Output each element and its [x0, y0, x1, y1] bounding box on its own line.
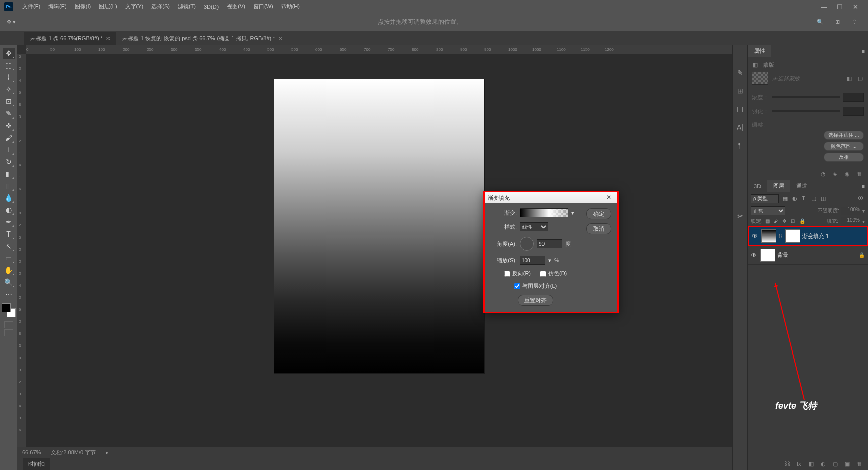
new-group-icon[interactable]: ▢: [833, 461, 840, 468]
blend-mode-select[interactable]: 正常: [751, 206, 785, 215]
new-layer-icon[interactable]: ▣: [845, 461, 852, 468]
menu-help[interactable]: 帮助(H): [277, 1, 304, 12]
layer-row-background[interactable]: 👁 背景 🔒: [748, 246, 868, 265]
dialog-titlebar[interactable]: 渐变填充 ✕: [485, 192, 617, 203]
path-select-tool[interactable]: ↖: [3, 241, 15, 252]
add-mask-icon[interactable]: ◧: [809, 461, 816, 468]
swatches-icon[interactable]: ⊞: [735, 86, 745, 95]
menu-3d[interactable]: 3D(D): [200, 2, 223, 12]
text-tool[interactable]: T: [3, 228, 15, 240]
scale-input[interactable]: [520, 256, 545, 265]
magic-wand-tool[interactable]: ✧: [3, 84, 15, 95]
filter-toggle-icon[interactable]: ⦿: [858, 195, 865, 202]
shape-tool[interactable]: ▭: [3, 253, 15, 264]
link-layers-icon[interactable]: ⛓: [785, 461, 792, 468]
timeline-tab[interactable]: 时间轴: [23, 458, 50, 470]
blur-tool[interactable]: 💧: [3, 192, 15, 203]
dodge-tool[interactable]: ◐: [3, 204, 15, 215]
dropdown-icon[interactable]: ▾: [862, 208, 865, 214]
doc-tab-2[interactable]: 未标题-1-恢复的-恢复的.psd @ 66.7% (椭圆 1 拷贝, RGB/…: [116, 32, 288, 45]
zoom-level[interactable]: 66.67%: [22, 449, 41, 455]
tab-close-icon[interactable]: ✕: [278, 36, 282, 41]
tools-preset-icon[interactable]: ✂: [735, 212, 745, 221]
share-icon[interactable]: ⇪: [850, 18, 859, 27]
style-select[interactable]: 线性: [520, 222, 548, 231]
pen-tool[interactable]: ✒: [3, 216, 15, 227]
cancel-button[interactable]: 取消: [586, 223, 611, 234]
menu-type[interactable]: 文字(Y): [121, 1, 148, 12]
link-icon[interactable]: ⛓: [778, 233, 783, 239]
layers-tab[interactable]: 图层: [767, 180, 790, 192]
tool-preset-icon[interactable]: ✥ ▾: [4, 17, 18, 28]
ok-button[interactable]: 确定: [586, 208, 611, 219]
lock-all-icon[interactable]: 🔒: [799, 218, 805, 224]
history-icon[interactable]: ≣: [735, 50, 745, 59]
menu-image[interactable]: 图像(I): [71, 1, 95, 12]
layer-kind-select[interactable]: ρ 类型: [751, 194, 779, 203]
lasso-tool[interactable]: ⌇: [3, 72, 15, 83]
3d-tab[interactable]: 3D: [748, 181, 767, 192]
feather-slider[interactable]: [772, 110, 840, 112]
select-mask-button[interactable]: 选择并遮住 ...: [824, 131, 864, 140]
disable-mask-icon[interactable]: ◉: [845, 171, 852, 178]
filter-shape-icon[interactable]: ▢: [811, 195, 818, 202]
search-icon[interactable]: 🔍: [816, 18, 825, 27]
layer-fx-icon[interactable]: fx: [797, 461, 804, 468]
status-expand-icon[interactable]: ▸: [106, 449, 109, 456]
angle-input[interactable]: [537, 239, 562, 248]
vector-mask-icon[interactable]: ▢: [857, 75, 864, 82]
layer-name[interactable]: 背景: [777, 251, 857, 259]
menu-edit[interactable]: 编辑(E): [44, 1, 71, 12]
minimize-icon[interactable]: —: [821, 3, 828, 10]
align-checkbox[interactable]: 与图层对齐(L): [514, 282, 557, 290]
paragraph-icon[interactable]: ¶: [735, 141, 745, 150]
gradient-tool[interactable]: ▦: [3, 180, 15, 191]
invert-button[interactable]: 反相: [824, 153, 864, 162]
dither-checkbox[interactable]: 仿色(D): [540, 270, 567, 277]
load-selection-icon[interactable]: ◔: [821, 171, 828, 178]
heal-tool[interactable]: ✜: [3, 120, 15, 131]
angle-dial[interactable]: [520, 237, 534, 251]
dialog-close-icon[interactable]: ✕: [606, 194, 614, 202]
color-range-button[interactable]: 颜色范围 ...: [824, 142, 864, 151]
menu-select[interactable]: 选择(S): [147, 1, 174, 12]
stamp-tool[interactable]: ⊥: [3, 144, 15, 155]
dropdown-icon[interactable]: ▾: [548, 257, 551, 264]
fg-color-swatch[interactable]: [2, 303, 11, 312]
tab-close-icon[interactable]: ✕: [106, 36, 110, 41]
layer-name[interactable]: 渐变填充 1: [802, 232, 865, 240]
apply-mask-icon[interactable]: ◈: [833, 171, 840, 178]
history-brush-tool[interactable]: ↻: [3, 156, 15, 167]
character-icon[interactable]: A|: [735, 123, 745, 132]
eraser-tool[interactable]: ◧: [3, 168, 15, 179]
menu-filter[interactable]: 滤镜(T): [174, 1, 200, 12]
screenmode-icon[interactable]: [4, 329, 13, 336]
channels-tab[interactable]: 通道: [790, 180, 813, 192]
color-swatches[interactable]: [2, 303, 16, 317]
new-fill-icon[interactable]: ◐: [821, 461, 828, 468]
lock-image-icon[interactable]: 🖌: [774, 218, 780, 224]
menu-view[interactable]: 视图(V): [223, 1, 249, 12]
lock-position-icon[interactable]: ✥: [782, 218, 788, 224]
gradient-preview[interactable]: [520, 208, 568, 217]
ruler-horizontal[interactable]: 0501001502002503003504004505005506006507…: [26, 45, 732, 54]
maximize-icon[interactable]: ☐: [837, 3, 844, 10]
move-tool[interactable]: ✥: [3, 48, 15, 59]
filter-adjust-icon[interactable]: ◐: [792, 195, 799, 202]
eyedropper-tool[interactable]: ✎: [3, 108, 15, 119]
visibility-icon[interactable]: 👁: [750, 252, 758, 259]
density-input[interactable]: [843, 93, 864, 102]
marquee-tool[interactable]: ⬚: [3, 60, 15, 71]
pixel-mask-icon[interactable]: ◧: [846, 75, 853, 82]
feather-input[interactable]: [843, 107, 864, 116]
zoom-tool[interactable]: 🔍: [3, 277, 15, 288]
ruler-vertical[interactable]: 02468012141618202224262830323436: [17, 54, 26, 447]
filter-text-icon[interactable]: T: [802, 195, 809, 202]
lock-artboard-icon[interactable]: ⊡: [791, 218, 797, 224]
close-icon[interactable]: ✕: [853, 3, 860, 10]
hand-tool[interactable]: ✋: [3, 265, 15, 276]
mask-thumbnail[interactable]: [752, 72, 768, 85]
quickmask-icon[interactable]: [4, 321, 13, 328]
dropdown-icon[interactable]: ▾: [571, 210, 574, 216]
doc-tab-1[interactable]: 未标题-1 @ 66.7%(RGB/8#) * ✕: [24, 32, 116, 45]
